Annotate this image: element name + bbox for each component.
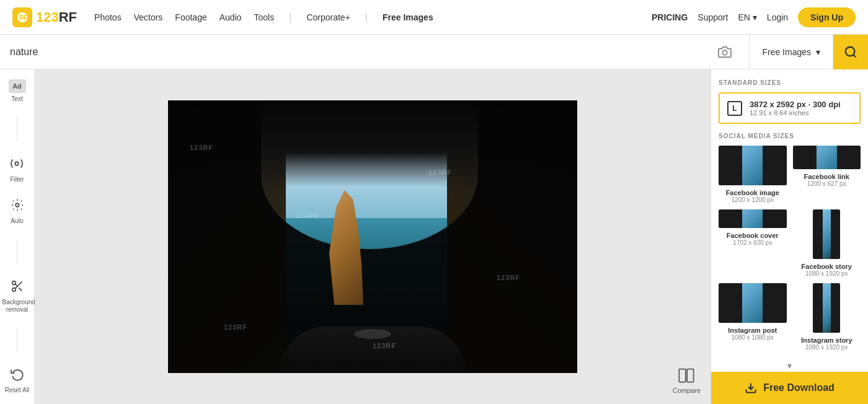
size-details: 3872 x 2592 px · 300 dpi 12.91 x 8.64 in…	[750, 100, 841, 116]
social-thumb-img-6	[813, 283, 840, 333]
sidebar-divider-2	[17, 240, 17, 264]
ad-icon: Ad	[9, 79, 26, 93]
size-px: 3872 x 2592 px · 300 dpi	[750, 100, 841, 109]
pricing-link[interactable]: PRICING	[652, 12, 688, 22]
nav-photos[interactable]: Photos	[94, 12, 122, 22]
sidebar-tool-auto[interactable]: Auto	[11, 198, 24, 225]
nav-free-images[interactable]: Free Images	[383, 12, 433, 22]
auto-icon	[11, 198, 24, 215]
svg-point-5	[16, 162, 19, 166]
sidebar-reset-label: Reset All	[5, 387, 29, 394]
sidebar-bg-remove-label: Background removal	[2, 299, 32, 314]
social-grid: Facebook image 1200 x 1200 px Facebook l…	[719, 146, 861, 351]
watermark-1: 123RF	[190, 144, 213, 151]
header: RF 123RF Photos Vectors Footage Audio To…	[0, 0, 868, 35]
chevron-down-icon: ▾	[787, 361, 792, 371]
svg-point-3	[846, 46, 855, 56]
social-thumb-img-5	[719, 283, 787, 323]
social-item-facebook-story[interactable]: Facebook story 1080 x 1920 px	[793, 209, 861, 277]
social-item-facebook-image[interactable]: Facebook image 1200 x 1200 px	[719, 146, 787, 203]
social-thumb-instagram-story	[813, 283, 840, 333]
svg-rect-12	[680, 369, 686, 382]
social-item-name-3: Facebook story	[802, 263, 852, 270]
social-item-size-4: 1080 x 1080 px	[732, 334, 774, 341]
main-content: Ad Text Filter Auto	[0, 69, 868, 404]
signup-button[interactable]: Sign Up	[798, 7, 856, 27]
social-item-name-2: Facebook cover	[727, 232, 779, 239]
social-thumb-facebook-cover	[719, 209, 787, 228]
social-item-facebook-link[interactable]: Facebook link 1200 x 627 px	[793, 146, 861, 203]
search-button[interactable]	[833, 35, 868, 69]
social-item-size-5: 1080 x 1920 px	[805, 344, 848, 351]
social-thumb-facebook-image	[719, 146, 787, 185]
reset-icon	[11, 367, 24, 384]
search-input-wrapper	[0, 35, 750, 69]
logo-text: 123RF	[36, 9, 77, 25]
login-link[interactable]: Login	[767, 12, 788, 22]
boat-highlight	[354, 329, 391, 339]
nav-sep2: |	[365, 12, 368, 23]
sidebar-tool-filter[interactable]: Filter	[10, 157, 24, 183]
thumb-cave-l-4	[813, 209, 822, 259]
lang-selector[interactable]: EN ▾	[738, 12, 756, 22]
social-item-instagram-story[interactable]: Instagram story 1080 x 1920 px	[793, 283, 861, 351]
nav-vectors[interactable]: Vectors	[134, 12, 163, 22]
thumb-cave-l	[719, 146, 742, 185]
standard-size-option[interactable]: L 3872 x 2592 px · 300 dpi 12.91 x 8.64 …	[719, 92, 861, 124]
scroll-more[interactable]: ▾	[719, 358, 861, 372]
svg-point-6	[16, 204, 19, 208]
thumb-cave-r-5	[763, 283, 786, 323]
svg-line-11	[15, 284, 17, 286]
header-right: PRICING Support EN ▾ Login Sign Up	[652, 7, 856, 27]
logo-icon: RF	[12, 7, 32, 27]
social-thumb-img-2	[793, 146, 861, 169]
thumb-cave-l-3	[719, 209, 742, 228]
search-filter-dropdown[interactable]: Free Images ▾	[750, 35, 833, 69]
nav-footage[interactable]: Footage	[175, 12, 206, 22]
svg-rect-13	[688, 369, 694, 382]
download-label: Free Download	[763, 382, 835, 393]
social-item-size-3: 1080 x 1920 px	[805, 270, 848, 277]
search-input[interactable]	[10, 46, 711, 58]
nav-tools[interactable]: Tools	[254, 12, 275, 22]
social-item-size-0: 1200 x 1200 px	[732, 196, 774, 203]
compare-button[interactable]: Compare	[673, 367, 701, 394]
nav-corporate[interactable]: Corporate+	[306, 12, 350, 22]
social-item-instagram-post[interactable]: Instagram post 1080 x 1080 px	[719, 283, 787, 351]
social-item-facebook-cover[interactable]: Facebook cover 1702 x 630 px	[719, 209, 787, 277]
left-sidebar: Ad Text Filter Auto	[0, 69, 35, 404]
download-button[interactable]: Free Download	[711, 372, 868, 404]
search-bar: Free Images ▾	[0, 35, 868, 69]
thumb-cave-l-6	[813, 283, 822, 333]
compare-label: Compare	[673, 387, 701, 394]
sidebar-tool-bg-remove[interactable]: Background removal	[2, 279, 32, 314]
logo[interactable]: RF 123RF	[12, 7, 77, 27]
sidebar-filter-label: Filter	[10, 176, 24, 183]
scissors-icon	[11, 279, 24, 296]
image-area: 123RF 123RF 123RF 123RF 123RF 123RF Comp…	[35, 69, 711, 404]
sidebar-tool-reset[interactable]: Reset All	[5, 367, 29, 394]
support-link[interactable]: Support	[698, 12, 728, 22]
download-icon	[745, 382, 757, 394]
svg-text:RF: RF	[19, 14, 27, 21]
sidebar-divider-3	[17, 328, 17, 353]
social-thumb-facebook-link	[793, 146, 861, 169]
nav-sep: |	[289, 12, 291, 23]
thumb-cave-r-3	[763, 209, 786, 228]
social-thumb-img-4	[813, 209, 840, 259]
social-sizes-title: SOCIAL MEDIA SIZES	[719, 133, 861, 139]
main-image: 123RF 123RF 123RF 123RF 123RF 123RF	[168, 100, 577, 373]
size-inches: 12.91 x 8.64 inches	[750, 109, 841, 116]
social-item-size-2: 1702 x 630 px	[733, 239, 772, 246]
camera-search-button[interactable]	[711, 45, 739, 59]
sidebar-divider-1	[17, 118, 17, 142]
sidebar-auto-label: Auto	[11, 217, 24, 225]
svg-point-7	[12, 281, 16, 284]
nav-audio[interactable]: Audio	[219, 12, 242, 22]
right-panel-inner: STANDARD SIZES L 3872 x 2592 px · 300 dp…	[711, 69, 868, 372]
thumb-cave-l-5	[719, 283, 742, 323]
search-filter-label: Free Images	[762, 47, 811, 57]
sidebar-tool-ad[interactable]: Ad Text	[9, 79, 26, 103]
watermark-2: 123RF	[295, 212, 319, 219]
watermark-3: 123RF	[428, 169, 452, 176]
